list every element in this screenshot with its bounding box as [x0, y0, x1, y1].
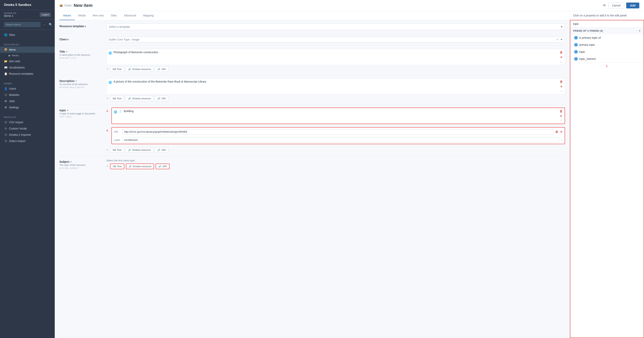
topbar: 📦 ITEMS New item 👁 Cancel Add: [55, 0, 644, 11]
tab-advanced[interactable]: Advanced: [120, 11, 140, 20]
user-section: SIGNED AS Demo 1 Logout: [0, 10, 55, 20]
sidebar-item-sites[interactable]: 🌐 Sites: [0, 32, 55, 38]
tab-sites[interactable]: Sites: [107, 11, 120, 20]
topic-add-plus[interactable]: +: [106, 148, 108, 152]
right-panel-content: FRIEND OF A FRIEND (4) ▼ i is primary to…: [570, 20, 644, 338]
topic-text-value-block: 🌐 ⣿ Building 🗑 👁 ⤡: [112, 108, 565, 124]
topic-uri-delete-button[interactable]: 🗑: [555, 130, 558, 134]
sidebar-item-modules[interactable]: ➕ Modules: [0, 92, 55, 98]
title-input[interactable]: Photograph of Beinecke construction: [114, 51, 558, 60]
property-item-3[interactable]: i topic_interest: [570, 55, 644, 62]
class-field: Dublin Core Type : Image ✕ ▼: [106, 37, 565, 43]
topic-add-uri-btn[interactable]: 🔗 URI: [155, 147, 168, 153]
subject-add-plus[interactable]: +: [106, 164, 108, 168]
media-arrow-icon: ▶: [8, 54, 10, 57]
class-clear-button[interactable]: ✕: [556, 38, 558, 41]
class-row: Class ▶ Dublin Core Type : Image ✕ ▼: [60, 34, 565, 46]
description-add-text-btn[interactable]: ⌨ Text: [110, 96, 124, 101]
title-add-omeka-btn[interactable]: 🔗 Omeka resource: [126, 67, 153, 72]
sidebar-item-csv-import[interactable]: ➕ CSV Import: [0, 119, 55, 125]
topic-text-visibility-button[interactable]: 👁: [560, 115, 562, 118]
resource-template-select[interactable]: Select a template: [106, 24, 565, 30]
topic-text-icon: ⌨: [112, 149, 116, 151]
topic-text-delete-button[interactable]: 🗑: [560, 110, 563, 113]
subject-add-text-btn[interactable]: ⌨ Text: [110, 164, 124, 169]
add-button[interactable]: Add: [626, 3, 639, 9]
title-add-text-btn[interactable]: ⌨ Text: [110, 67, 124, 72]
sidebar-item-item-sets-label: Item sets: [9, 60, 20, 63]
class-dropdown-button[interactable]: ▼: [560, 38, 563, 41]
sidebar-item-omeka2-label: Omeka 2 Importer: [9, 133, 31, 136]
sites-icon: 🌐: [4, 33, 8, 36]
topic-text-input[interactable]: Building: [124, 110, 558, 119]
topic-uri-resize-handle: ⤡: [561, 139, 563, 141]
topic-uri-visibility-button[interactable]: 👁: [560, 130, 563, 133]
resource-template-arrow: ▶: [85, 25, 86, 27]
title-value-block: 🌐 Photograph of Beinecke construction 🗑 …: [106, 49, 565, 65]
preview-button[interactable]: 👁: [603, 4, 606, 8]
right-panel: Click on a property to add it to the edi…: [570, 11, 644, 338]
topic-add-uri-label: URI: [161, 148, 166, 151]
property-icon-2: i: [574, 50, 578, 54]
description-add-omeka-btn[interactable]: 🔗 Omeka resource: [126, 96, 153, 101]
sidebar-item-vocabularies[interactable]: 📖 Vocabularies: [0, 64, 55, 71]
search-options-button[interactable]: ···: [42, 23, 46, 27]
sidebar-item-users[interactable]: 👤 Users: [0, 86, 55, 92]
tab-media[interactable]: Media: [75, 11, 89, 20]
title-add-omeka-label: Omeka resource: [132, 68, 151, 71]
text-icon: ⌨: [112, 68, 116, 71]
sidebar-item-resource-templates[interactable]: 📋 Resource templates: [0, 71, 55, 77]
search-input[interactable]: [4, 22, 41, 27]
subject-omeka-icon: 🔗: [129, 165, 132, 168]
description-add-plus[interactable]: +: [106, 96, 108, 101]
description-code: dcterms:description: [60, 86, 102, 89]
description-input[interactable]: A picture of the construction of the Bei…: [114, 80, 558, 89]
main-area: 📦 ITEMS New item 👁 Cancel Add Values Med…: [55, 0, 644, 338]
sidebar-item-users-label: Users: [9, 87, 16, 90]
title-add-plus[interactable]: +: [106, 67, 108, 71]
description-delete-button[interactable]: 🗑: [560, 80, 563, 84]
title-add-uri-btn[interactable]: 🔗 URI: [155, 67, 168, 72]
topic-add-omeka-btn[interactable]: 🔗 Omeka resource: [126, 147, 153, 153]
tab-values[interactable]: Values: [60, 11, 75, 20]
tab-mapping[interactable]: Mapping: [140, 11, 157, 20]
tab-item-sets[interactable]: Item sets: [89, 11, 107, 20]
sidebar-item-omeka2-importer[interactable]: ➕ Omeka 2 Importer: [0, 132, 55, 138]
sidebar-item-custom-vocab[interactable]: ➕ Custom Vocab: [0, 125, 55, 132]
description-add-uri-label: URI: [161, 97, 166, 100]
sidebar-item-zotero-import[interactable]: ➕ Zotero Import: [0, 138, 55, 144]
vocab-header[interactable]: FRIEND OF A FRIEND (4) ▼: [570, 28, 644, 34]
description-visibility-button[interactable]: 👁: [560, 85, 563, 88]
property-search-input[interactable]: [570, 20, 644, 28]
topic-uri-value-block: URI 🗑 👁 Label: [112, 127, 565, 144]
topic-omeka-icon: 🔗: [128, 149, 131, 151]
topic-label-input[interactable]: [122, 137, 559, 143]
title-add-row: + ⌨ Text 🔗 Omeka resource 🔗: [106, 67, 565, 72]
sidebar-item-items[interactable]: 📦 Items: [0, 47, 55, 53]
sidebar-item-item-sets[interactable]: 📂 Item sets: [0, 58, 55, 64]
property-item-0[interactable]: i is primary topic of: [570, 34, 644, 41]
subject-add-uri-btn[interactable]: 🔗 URI: [156, 164, 169, 169]
search-submit-button[interactable]: 🔍: [48, 22, 53, 27]
property-item-2[interactable]: i topic: [570, 48, 644, 55]
cancel-button[interactable]: Cancel: [608, 2, 624, 9]
subject-add-omeka-btn[interactable]: 🔗 Omeka resource: [126, 164, 154, 169]
property-item-1[interactable]: i primary topic: [570, 41, 644, 48]
logout-button[interactable]: Logout: [40, 13, 51, 17]
topic-drag-handle[interactable]: ⣿: [119, 110, 122, 113]
topic-add-text-btn[interactable]: ⌨ Text: [110, 147, 124, 153]
title-visibility-button[interactable]: 👁: [560, 56, 563, 59]
topic-uri-input[interactable]: [122, 129, 554, 134]
modules-section-label: MODULES: [0, 114, 55, 119]
title-delete-button[interactable]: 🗑: [560, 51, 563, 54]
jobs-icon: ⚙: [4, 100, 8, 103]
item-sets-icon: 📂: [4, 60, 8, 63]
sidebar-item-settings[interactable]: ⚙ Settings: [0, 104, 55, 111]
subject-arrow: ▼: [70, 161, 72, 163]
sidebar-item-jobs[interactable]: ⚙ Jobs: [0, 98, 55, 104]
description-add-uri-btn[interactable]: 🔗 URI: [155, 96, 168, 101]
sidebar-item-jobs-label: Jobs: [9, 100, 15, 103]
sidebar-item-media-label: Media: [12, 54, 18, 57]
title-row: Title ▼ A name given to the resource. dc…: [60, 46, 565, 75]
sidebar-item-media[interactable]: ▶ Media: [0, 53, 55, 58]
